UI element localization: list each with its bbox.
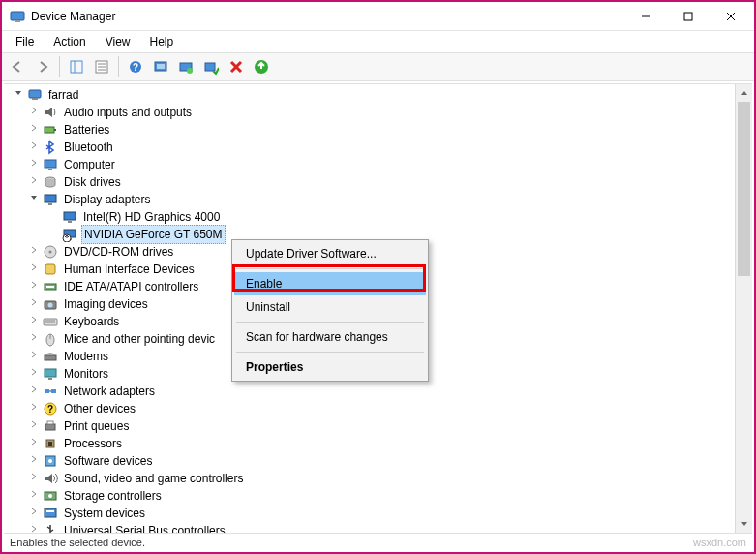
expand-icon[interactable] — [27, 104, 41, 121]
bluetooth-icon — [43, 139, 58, 155]
expand-icon[interactable] — [27, 435, 41, 452]
enable-device-button[interactable] — [199, 55, 223, 78]
svg-rect-65 — [46, 510, 54, 512]
expand-icon[interactable] — [27, 522, 41, 533]
expand-icon[interactable] — [27, 452, 41, 470]
software-icon — [43, 453, 58, 469]
title-bar: Device Manager — [2, 2, 754, 31]
menu-view[interactable]: View — [98, 33, 138, 50]
tree-node[interactable]: Processors — [8, 435, 735, 452]
context-properties[interactable]: Properties — [234, 355, 426, 379]
expand-icon[interactable] — [27, 295, 41, 313]
expand-icon[interactable] — [27, 470, 41, 487]
vertical-scrollbar[interactable] — [735, 84, 752, 533]
dvd-icon — [43, 244, 58, 260]
svg-rect-38 — [45, 264, 55, 274]
tree-node[interactable]: Batteries — [8, 121, 735, 138]
hid-icon — [43, 262, 58, 277]
svg-text:?: ? — [133, 62, 138, 73]
tree-node-label: Batteries — [62, 121, 111, 138]
expand-icon[interactable] — [27, 348, 41, 365]
scroll-thumb[interactable] — [738, 102, 750, 276]
scan-button[interactable] — [149, 55, 172, 78]
tree-node[interactable]: Storage controllers — [8, 487, 735, 505]
tree-node[interactable]: Software devices — [8, 452, 735, 470]
expand-icon[interactable] — [27, 243, 41, 261]
expand-icon[interactable] — [27, 156, 41, 173]
expand-icon[interactable] — [27, 121, 41, 138]
expand-icon[interactable] — [27, 278, 41, 295]
context-enable[interactable]: Enable — [234, 272, 426, 295]
expand-icon[interactable] — [27, 505, 41, 522]
tree-node[interactable]: Disk drives — [8, 173, 735, 191]
tree-node[interactable]: ?Other devices — [8, 400, 735, 417]
tree-node[interactable]: Sound, video and game controllers — [8, 470, 735, 487]
svg-rect-6 — [71, 61, 82, 73]
minimize-button[interactable] — [624, 3, 667, 30]
svg-rect-1 — [15, 20, 20, 22]
audio-icon — [43, 105, 58, 120]
scroll-down-button[interactable] — [736, 515, 752, 533]
forward-button[interactable] — [31, 55, 54, 78]
scroll-up-button[interactable] — [736, 84, 752, 102]
menu-help[interactable]: Help — [142, 33, 182, 50]
tree-node-label: Software devices — [62, 452, 154, 470]
svg-rect-0 — [11, 12, 24, 20]
watermark: wsxdn.com — [693, 537, 746, 548]
tree-node[interactable]: Intel(R) HD Graphics 4000 — [8, 208, 735, 226]
tree-node[interactable]: Universal Serial Bus controllers — [8, 522, 735, 533]
svg-point-42 — [48, 303, 53, 308]
back-button[interactable] — [6, 55, 29, 78]
scroll-track[interactable] — [736, 102, 752, 515]
sound-icon — [43, 471, 58, 486]
properties-button[interactable] — [90, 55, 113, 78]
app-icon — [10, 9, 25, 24]
display-disabled-icon — [62, 227, 77, 242]
svg-rect-30 — [48, 203, 52, 205]
svg-text:?: ? — [47, 404, 53, 415]
expand-icon[interactable] — [27, 261, 41, 278]
tree-node[interactable]: Print queues — [8, 417, 735, 435]
expand-icon[interactable] — [27, 173, 41, 191]
display-icon — [43, 192, 58, 207]
tree-node-label: Other devices — [62, 400, 137, 417]
scan-hardware-button[interactable] — [250, 55, 273, 78]
context-scan[interactable]: Scan for hardware changes — [234, 325, 426, 349]
tree-node[interactable]: farrad — [8, 86, 735, 104]
svg-rect-29 — [45, 195, 56, 202]
tree-node[interactable]: Display adapters — [8, 191, 735, 208]
expand-icon[interactable] — [27, 487, 41, 505]
expand-icon[interactable] — [27, 138, 41, 156]
collapse-icon[interactable] — [27, 191, 41, 208]
tree-node-label: Universal Serial Bus controllers — [62, 522, 227, 533]
tree-node-label: NVIDIA GeForce GT 650M — [81, 225, 226, 244]
expand-icon[interactable] — [27, 365, 41, 383]
expand-icon[interactable] — [27, 313, 41, 330]
modem-icon — [43, 349, 58, 364]
tree-node[interactable]: Network adapters — [8, 383, 735, 400]
context-uninstall[interactable]: Uninstall — [234, 295, 426, 319]
tree-node[interactable]: System devices — [8, 505, 735, 522]
help-button[interactable]: ? — [124, 55, 147, 78]
update-driver-button[interactable] — [174, 55, 197, 78]
context-separator — [236, 268, 424, 269]
tree-node[interactable]: Audio inputs and outputs — [8, 104, 735, 121]
uninstall-button[interactable] — [225, 55, 248, 78]
show-hide-tree-button[interactable] — [65, 55, 88, 78]
expand-icon[interactable] — [27, 400, 41, 417]
close-button[interactable] — [710, 3, 752, 30]
tree-node[interactable]: Bluetooth — [8, 138, 735, 156]
collapse-icon[interactable] — [12, 86, 25, 104]
expand-icon[interactable] — [27, 330, 41, 348]
expand-icon[interactable] — [27, 383, 41, 400]
maximize-button[interactable] — [667, 3, 710, 30]
svg-rect-22 — [29, 90, 41, 98]
menu-file[interactable]: File — [8, 33, 42, 50]
window-title: Device Manager — [31, 10, 624, 23]
svg-rect-48 — [45, 355, 56, 360]
context-update-driver[interactable]: Update Driver Software... — [234, 242, 426, 265]
tree-node[interactable]: Computer — [8, 156, 735, 173]
menu-action[interactable]: Action — [45, 33, 93, 50]
expand-icon[interactable] — [27, 417, 41, 435]
svg-rect-15 — [157, 64, 165, 69]
